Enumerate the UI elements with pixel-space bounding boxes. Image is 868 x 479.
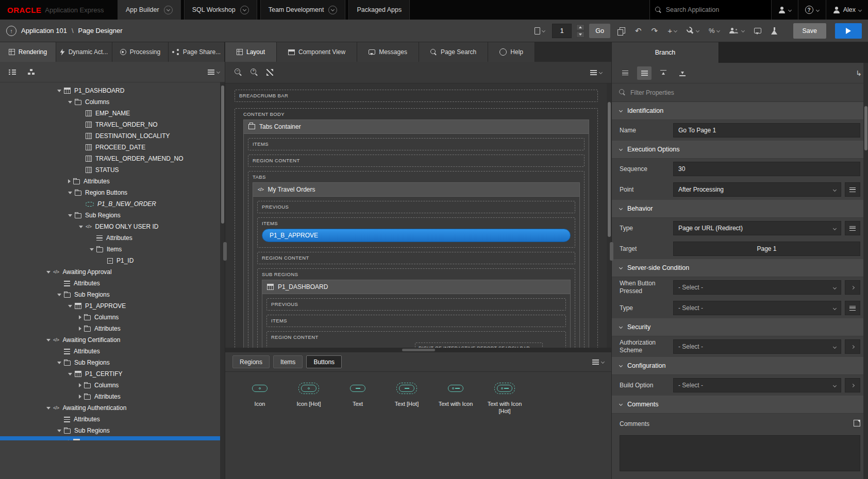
gallery-item-text-with-icon[interactable]: Text with Icon bbox=[435, 382, 477, 407]
comments-comments-textarea[interactable] bbox=[620, 435, 860, 471]
interest-menu-button[interactable]: % bbox=[706, 25, 722, 36]
go-button[interactable]: Go bbox=[589, 24, 610, 38]
execution-options-sequence-input[interactable] bbox=[673, 162, 860, 176]
region-content-slot[interactable]: REGION CONTENT RIGHT OF INTERACTIVE REPO… bbox=[266, 331, 566, 348]
panel-tab-dynamic-act[interactable]: Dynamic Act... bbox=[56, 42, 112, 62]
tree-node-destination-locality[interactable]: DESTINATION_LOCALITY bbox=[0, 130, 225, 142]
items-slot[interactable]: ITEMS bbox=[248, 138, 585, 150]
run-button[interactable] bbox=[835, 23, 862, 39]
tree-node-awaiting-certification[interactable]: </>Awaiting Certification bbox=[0, 334, 225, 346]
tree-node-attributes[interactable]: Attributes bbox=[0, 391, 225, 402]
gallery-tab-items[interactable]: Items bbox=[273, 355, 303, 368]
disclosure-icon[interactable] bbox=[57, 362, 61, 364]
identification-name-input[interactable] bbox=[673, 123, 860, 138]
p1-dashboard-header[interactable]: P1_DASHBOARD bbox=[262, 280, 570, 294]
disclosure-icon[interactable] bbox=[57, 430, 61, 432]
tree-node-demo-only-user-id[interactable]: </>DEMO ONLY USER ID bbox=[0, 221, 225, 232]
filter-properties-input[interactable] bbox=[630, 89, 744, 96]
expand-all-button[interactable] bbox=[266, 69, 273, 76]
up-arrow-icon[interactable]: ↑ bbox=[6, 26, 16, 36]
disclosure-icon[interactable] bbox=[46, 407, 51, 409]
security-authorization-scheme-quickpick-button[interactable] bbox=[845, 339, 860, 354]
tree-node-p1-dashboard[interactable]: P1_DASHBOARD bbox=[0, 85, 225, 96]
disclosure-icon[interactable] bbox=[90, 248, 94, 251]
tree-order-button[interactable] bbox=[5, 65, 20, 79]
section-security[interactable]: Security bbox=[612, 318, 868, 336]
panel-tab-rendering[interactable]: Rendering bbox=[0, 42, 56, 62]
tree-node-attributes[interactable]: Attributes bbox=[0, 176, 225, 187]
disclosure-icon[interactable] bbox=[46, 271, 51, 273]
show-common-button[interactable] bbox=[618, 66, 632, 80]
tree-node-travel-order-no[interactable]: TRAVEL_ORDER_NO bbox=[0, 119, 225, 130]
tabs-slot[interactable]: TABS </> My Travel Orders PREVIOUS bbox=[248, 171, 585, 348]
section-behavior[interactable]: Behavior bbox=[612, 200, 868, 218]
shared-components-button[interactable] bbox=[727, 25, 747, 37]
previous-slot[interactable]: PREVIOUS bbox=[266, 298, 566, 311]
section-identification[interactable]: Identification bbox=[612, 102, 868, 120]
panel-tab-processing[interactable]: Processing bbox=[112, 42, 169, 62]
admin-menu-button[interactable] bbox=[771, 0, 798, 20]
tree-node-attributes[interactable]: Attributes bbox=[0, 278, 225, 289]
developer-flask-button[interactable] bbox=[769, 25, 780, 37]
tree-node-status[interactable]: STATUS bbox=[0, 164, 225, 176]
nav-tab-team-development[interactable]: Team Development bbox=[260, 0, 346, 20]
content-body-slot[interactable]: CONTENT BODY Tabs Container ITEMS REGION… bbox=[235, 108, 598, 348]
tree-node-proceed-date[interactable]: PROCEED_DATE bbox=[0, 142, 225, 153]
security-authorization-scheme-select[interactable]: - Select - bbox=[673, 339, 841, 354]
user-menu-button[interactable]: Alex bbox=[826, 0, 868, 20]
tab-branch[interactable]: Branch bbox=[612, 42, 719, 63]
tabs-container-header[interactable]: Tabs Container bbox=[244, 120, 589, 134]
configuration-build-option-select[interactable]: - Select - bbox=[673, 378, 841, 392]
tree-node-travel-order-amend-no[interactable]: TRAVEL_ORDER_AMEND_NO bbox=[0, 153, 225, 164]
disclosure-icon[interactable] bbox=[79, 383, 81, 387]
right-splitter-handle[interactable] bbox=[610, 242, 613, 261]
disclosure-icon[interactable] bbox=[79, 226, 83, 228]
comments-comments-expand-button[interactable] bbox=[854, 420, 860, 428]
tree-node-emp-name[interactable]: EMP_NAME bbox=[0, 108, 225, 119]
gallery-splitter[interactable] bbox=[225, 348, 611, 352]
collapse-all-button[interactable] bbox=[656, 66, 671, 80]
p1-b-approve-button[interactable]: P1_B_APPROVE bbox=[262, 229, 571, 242]
tab-help[interactable]: Help bbox=[488, 42, 535, 62]
tree-view-button[interactable] bbox=[24, 65, 38, 79]
items-slot[interactable]: ITEMS bbox=[266, 315, 566, 327]
nav-tab-app-builder[interactable]: App Builder bbox=[118, 0, 181, 20]
tree-node-columns[interactable]: Columns bbox=[0, 380, 225, 391]
tree-node-p1-approve[interactable]: P1_APPROVE bbox=[0, 300, 225, 312]
disclosure-icon[interactable] bbox=[68, 305, 72, 307]
right-of-ir-search-bar-slot[interactable]: RIGHT OF INTERACTIVE REPORT SEARCH BAR P… bbox=[415, 343, 543, 348]
gallery-item-text-with-icon-hot[interactable]: Text with Icon [Hot] bbox=[483, 382, 526, 415]
disclosure-icon[interactable] bbox=[46, 339, 51, 341]
panel-tab-page-share[interactable]: Page Share... bbox=[169, 42, 225, 62]
undo-button[interactable]: ↶ bbox=[632, 25, 644, 37]
gallery-tab-regions[interactable]: Regions bbox=[232, 355, 270, 368]
right-panel-scrollbar[interactable] bbox=[863, 63, 868, 479]
disclosure-icon[interactable] bbox=[79, 327, 81, 331]
disclosure-icon[interactable] bbox=[68, 214, 72, 217]
splitter-grip[interactable] bbox=[402, 349, 435, 351]
save-button[interactable]: Save bbox=[793, 23, 827, 39]
feedback-button[interactable] bbox=[752, 26, 764, 36]
tree-node-attributes[interactable]: Attributes bbox=[0, 323, 225, 334]
canvas-scrollbar[interactable] bbox=[607, 83, 611, 348]
disclosure-icon[interactable] bbox=[79, 395, 81, 399]
sub-regions-slot[interactable]: SUB REGIONS P1_DASHBOARD bbox=[257, 268, 575, 348]
layout-menu-button[interactable] bbox=[590, 70, 602, 75]
section-execution-options[interactable]: Execution Options bbox=[612, 141, 868, 159]
gallery-item-icon[interactable]: Icon bbox=[239, 382, 281, 407]
server-side-condition-type-lov-button[interactable] bbox=[845, 301, 860, 315]
tree-node-sub-regions[interactable]: Sub Regions bbox=[0, 425, 225, 436]
section-comments[interactable]: Comments bbox=[612, 396, 868, 414]
disclosure-icon[interactable] bbox=[68, 373, 72, 375]
behavior-type-lov-button[interactable] bbox=[845, 221, 860, 235]
show-all-button[interactable] bbox=[637, 66, 652, 80]
left-splitter-handle[interactable] bbox=[223, 242, 227, 261]
tree-node-awaiting-approval[interactable]: </>Awaiting Approval bbox=[0, 266, 225, 278]
stepper-up-button[interactable] bbox=[576, 24, 585, 30]
expand-all-button[interactable] bbox=[675, 66, 690, 80]
server-side-condition-when-button-pressed-select[interactable]: - Select - bbox=[673, 280, 841, 295]
disclosure-icon[interactable] bbox=[57, 294, 61, 296]
page-number-input[interactable] bbox=[552, 24, 572, 38]
tree-menu-button[interactable] bbox=[208, 70, 220, 75]
scrollbar-thumb[interactable] bbox=[221, 85, 224, 224]
